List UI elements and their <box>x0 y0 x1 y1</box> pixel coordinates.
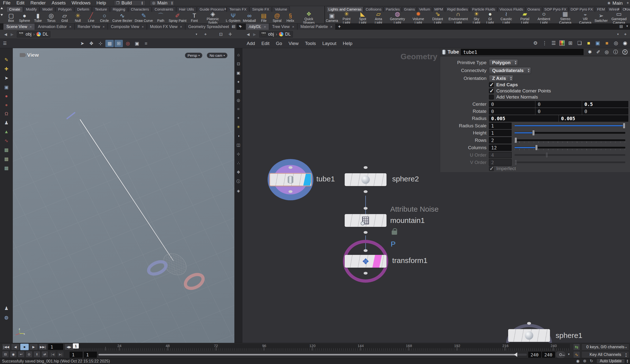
prev-frame-button[interactable]: ◀ <box>11 344 20 350</box>
lock-handle-icon[interactable]: ▣ <box>4 84 8 90</box>
shelf-tab[interactable]: Characters <box>128 6 152 12</box>
sky-light-tool-icon[interactable]: ☀ Sky Light <box>469 11 484 24</box>
recook-icon[interactable]: ↻ <box>590 359 593 363</box>
close-icon[interactable]: × <box>292 24 294 29</box>
shelf-scroll-up-icon[interactable] <box>0 7 3 9</box>
prev-key-button[interactable]: |◀ <box>49 351 56 358</box>
network-tools-icon[interactable]: ⚙ <box>532 39 539 46</box>
add-vertex-normals-checkbox[interactable] <box>489 95 494 100</box>
path-current[interactable]: DL <box>42 32 48 37</box>
node-tube1-input[interactable] <box>288 166 292 169</box>
sim-cache-icon[interactable]: ⇄ <box>41 351 48 358</box>
radius-scale-slider[interactable] <box>514 125 625 127</box>
menu-item[interactable]: Assets <box>49 0 69 6</box>
platonic-solids-tool-icon[interactable]: ◈ Platonic Solids <box>201 11 224 24</box>
prims-mode-icon[interactable]: ⊞ <box>114 40 123 47</box>
shelf-right-add-icon[interactable]: + <box>618 7 620 11</box>
center-z-field[interactable]: 0.5 <box>582 101 628 107</box>
shelf-tab[interactable]: Constraints <box>152 6 176 12</box>
path-dropdown-icon[interactable]: ▾ <box>617 33 619 36</box>
node-tube1[interactable] <box>270 173 312 186</box>
height-field[interactable]: 1 <box>489 130 512 136</box>
sticky-note-icon[interactable]: ■ <box>585 39 592 46</box>
display-flag[interactable] <box>303 174 312 185</box>
path-pin-icon[interactable]: ⌖ <box>624 32 626 36</box>
loop-icon[interactable]: ↩ <box>18 351 24 358</box>
pane-tab[interactable]: Animation Editor × <box>35 24 74 30</box>
gi-light-tool-icon[interactable]: ● GI Light <box>484 11 496 24</box>
rows-field[interactable]: 2 <box>489 137 512 144</box>
quick-shapes-tool-icon[interactable]: ❖ Quick Shapes <box>297 11 320 24</box>
key-options-dropdown-icon[interactable]: ▼ <box>568 353 570 356</box>
gear-icon[interactable]: ✱ <box>588 49 592 55</box>
viewport-canvas[interactable]: View Persp ▾ No cam ▾ z x <box>13 48 234 343</box>
path-root[interactable]: obj <box>268 32 274 37</box>
pane-tab-add-icon[interactable]: + <box>336 24 343 29</box>
range-start-field[interactable]: 1 <box>70 352 82 358</box>
node-mountain1-output[interactable] <box>364 231 368 234</box>
points-display-icon[interactable]: ∴ <box>237 161 240 166</box>
curve-red-icon[interactable]: ∿ <box>4 138 8 144</box>
update-mode-dropdown[interactable]: Auto Update <box>596 359 625 364</box>
forward-icon[interactable]: ▶ <box>251 32 258 36</box>
realtime-icon[interactable]: ⊙ <box>26 351 32 358</box>
consolidate-corner-points-checkbox[interactable] <box>489 88 494 93</box>
home-view-icon[interactable]: ⌂ <box>237 53 240 57</box>
desktop-selector[interactable]: ❒ Build ▲▼ <box>114 0 146 6</box>
camera-view-icon[interactable]: ▣ <box>133 40 141 47</box>
node-tube1-output[interactable] <box>288 190 292 193</box>
back-icon[interactable]: ◀ <box>245 32 251 36</box>
node-mountain1-input[interactable] <box>364 207 368 210</box>
shelf-tab-add-icon[interactable]: + <box>224 7 226 11</box>
wire-sphere2-mountain1[interactable] <box>365 196 366 216</box>
radius-1-field[interactable]: 0.005 <box>489 115 558 122</box>
close-icon[interactable]: × <box>142 24 144 29</box>
layout-grid-icon[interactable]: ⊞ <box>567 39 574 46</box>
snap-grid-icon[interactable]: ▦ <box>4 147 8 153</box>
node-sphere2-input[interactable] <box>364 166 368 169</box>
volume-light-tool-icon[interactable]: ✹ Volume Light <box>408 11 428 24</box>
path-current[interactable]: DL <box>285 32 291 37</box>
stereo-camera-tool-icon[interactable]: ▦ Stereo Camera <box>554 11 576 24</box>
flipbook-icon[interactable]: ▤ <box>236 89 240 93</box>
rotate-x-field[interactable]: 0 <box>489 108 535 115</box>
node-transform1-input[interactable] <box>364 249 368 252</box>
shelf-tab[interactable]: Model <box>40 6 55 12</box>
brush-tool-icon[interactable]: ✎ <box>4 57 8 63</box>
channel-sync-icon[interactable]: ⇆ <box>573 344 580 351</box>
shelf-tab[interactable]: Polygon <box>56 6 74 12</box>
close-icon[interactable]: × <box>102 24 105 29</box>
set-key-button[interactable] <box>555 351 566 358</box>
cook-mode-icon[interactable]: ⊛ <box>583 359 586 363</box>
play-button[interactable]: ▶ <box>29 344 38 350</box>
menu-item[interactable]: Layout <box>319 41 340 46</box>
close-icon[interactable]: × <box>69 24 72 29</box>
columns-field[interactable]: 12 <box>489 145 512 151</box>
network-canvas[interactable]: Geometry tube1 sphere2 <box>242 48 630 343</box>
visibility-eye-icon[interactable]: ◉ <box>622 39 628 46</box>
shelf-tab[interactable]: Terrain FX <box>227 6 249 12</box>
pane-split-icon[interactable]: ▤ <box>620 24 623 28</box>
pane-tab[interactable]: Tree View × <box>269 24 298 30</box>
snap-point-icon[interactable]: ▦ <box>4 165 8 171</box>
grid-tool-icon[interactable]: ▱ Grid <box>58 13 71 22</box>
back-icon[interactable]: ◀ <box>2 32 9 36</box>
keys-status[interactable]: 0 keys, 0/0 channels ▲ <box>582 344 629 351</box>
pane-tab[interactable]: Motion FX View × <box>147 24 186 30</box>
imperfect-checkbox[interactable] <box>489 166 494 171</box>
go-end-button[interactable]: ▶▶| <box>38 344 47 350</box>
audio-icon[interactable]: ◉ <box>10 351 17 358</box>
select-arrow-icon[interactable]: ➤ <box>4 75 8 81</box>
shelf-tab[interactable]: Simple FX <box>250 6 272 12</box>
frame-view-icon[interactable]: ⊡ <box>237 61 240 66</box>
persp-selector[interactable]: Persp ▾ <box>185 53 202 58</box>
tube-tool-icon[interactable]: ▮ Tube <box>31 13 44 22</box>
brush-icon[interactable]: ✐ <box>596 49 600 55</box>
close-icon[interactable]: × <box>30 24 32 29</box>
menu-item[interactable]: Tools <box>302 41 319 46</box>
playback-end-field[interactable]: 240 <box>528 352 541 358</box>
terrain-icon[interactable]: ▲ <box>4 129 9 135</box>
handles-icon[interactable]: ✥ <box>237 170 240 175</box>
radius-2-field[interactable]: 0.005 <box>559 115 628 122</box>
light-icon[interactable]: ✳ <box>237 125 240 129</box>
